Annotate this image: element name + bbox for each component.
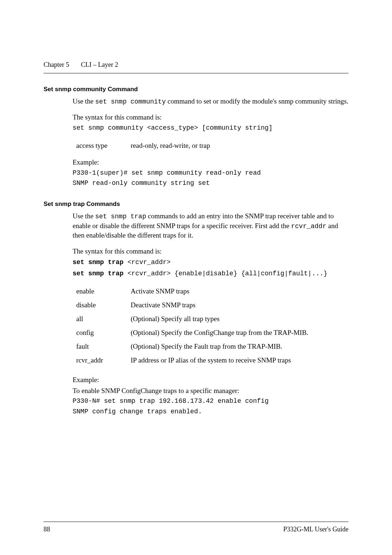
param-key: config <box>76 326 131 340</box>
example-line: P330-N# set snmp trap 192.168.173.42 ena… <box>73 397 348 405</box>
param-key: disable <box>76 298 131 312</box>
syntax-code: set snmp community <access_type> [commun… <box>73 123 348 132</box>
param-value: Activate SNMP traps <box>131 284 308 298</box>
param-table-community: access type read-only, read-write, or tr… <box>76 139 210 153</box>
param-key: rcvr_addr <box>76 353 131 367</box>
section-title-community: Set snmp community Command <box>44 86 348 93</box>
param-key: all <box>76 312 131 326</box>
code: <rcvr_addr> <box>127 259 171 266</box>
section-title-trap: Set snmp trap Commands <box>44 200 348 208</box>
inline-code: set snmp trap <box>95 213 146 220</box>
param-value: (Optional) Specify the ConfigChange trap… <box>131 326 308 340</box>
example-label: Example: <box>73 375 348 385</box>
chapter-number: Chapter 5 <box>44 61 69 68</box>
example-line: SNMP read-only community string set <box>73 179 348 187</box>
table-row: disableDeactivate SNMP traps <box>76 298 308 312</box>
table-row: config(Optional) Specify the ConfigChang… <box>76 326 308 340</box>
param-key: access type <box>76 139 131 153</box>
code-bold: set snmp trap <box>73 259 127 266</box>
trap-description: Use the set snmp trap commands to add an… <box>73 211 348 240</box>
example-label: Example: <box>73 158 348 167</box>
table-row: all(Optional) Specify all trap types <box>76 312 308 326</box>
page-footer: 88 P332G-ML User's Guide <box>44 522 348 533</box>
footer-rule <box>44 522 348 522</box>
table-row: rcvr_addrIP address or IP alias of the s… <box>76 353 308 367</box>
page-header: Chapter 5 CLI – Layer 2 <box>44 61 348 69</box>
code: <rcvr_addr> {enable|disable} {all|config… <box>127 270 327 277</box>
param-value: (Optional) Specify all trap types <box>131 312 308 326</box>
example-line: P330-1(super)# set snmp community read-o… <box>73 169 348 177</box>
syntax-code-2: set snmp trap <rcvr_addr> {enable|disabl… <box>73 268 348 278</box>
table-row: enableActivate SNMP traps <box>76 284 308 298</box>
inline-code: set snmp community <box>95 98 166 105</box>
inline-code: rcvr_addr <box>291 223 326 230</box>
header-rule <box>44 73 348 73</box>
guide-title: P332G-ML User's Guide <box>283 526 348 533</box>
page-number: 88 <box>44 526 50 533</box>
param-value: (Optional) Specify the Fault trap from t… <box>131 340 308 353</box>
section-body-community: Use the set snmp community command to se… <box>73 97 348 187</box>
param-key: enable <box>76 284 131 298</box>
section-body-trap: Use the set snmp trap commands to add an… <box>73 211 348 416</box>
example-intro: To enable SNMP ConfigChange traps to a s… <box>73 386 348 396</box>
community-description: Use the set snmp community command to se… <box>73 97 348 106</box>
table-row: fault(Optional) Specify the Fault trap f… <box>76 340 308 353</box>
chapter-title: CLI – Layer 2 <box>81 61 118 68</box>
syntax-label: The syntax for this command is: <box>73 247 348 256</box>
text: command to set or modify the module's sn… <box>166 97 348 105</box>
param-value: read-only, read-write, or trap <box>131 139 210 153</box>
table-row: access type read-only, read-write, or tr… <box>76 139 210 153</box>
text: Use the <box>73 212 95 220</box>
syntax-label: The syntax for this command is: <box>73 113 348 122</box>
param-table-trap: enableActivate SNMP traps disableDeactiv… <box>76 284 308 367</box>
example-line: SNMP config change traps enabled. <box>73 407 348 416</box>
param-value: Deactivate SNMP traps <box>131 298 308 312</box>
param-key: fault <box>76 340 131 353</box>
syntax-code-1: set snmp trap <rcvr_addr> <box>73 257 348 267</box>
code-bold: set snmp trap <box>73 270 127 277</box>
param-value: IP address or IP alias of the system to … <box>131 353 308 367</box>
text: Use the <box>73 97 95 105</box>
